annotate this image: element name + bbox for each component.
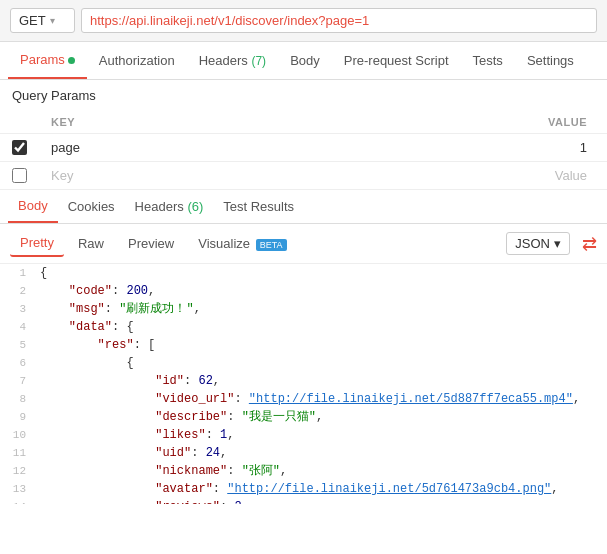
top-tabs: Params Authorization Headers (7) Body Pr… [0,42,607,80]
line-number: 14 [0,498,36,504]
value-cell: 1 [282,134,607,162]
line-number: 11 [0,444,36,462]
code-line: 13 "avatar": "http://file.linaikeji.net/… [0,480,607,498]
tab-prerequest[interactable]: Pre-request Script [332,43,461,78]
line-content: "likes": 1, [36,426,607,444]
line-content: "uid": 24, [36,444,607,462]
params-table: KEY VALUE page 1 Key [0,111,607,190]
line-number: 4 [0,318,36,336]
code-line: 11 "uid": 24, [0,444,607,462]
resp-tab-visualize[interactable]: Visualize BETA [188,231,296,256]
col-key-header: KEY [39,111,282,134]
tab-body[interactable]: Body [278,43,332,78]
line-number: 3 [0,300,36,318]
format-select[interactable]: JSON ▾ [506,232,570,255]
line-number: 10 [0,426,36,444]
tab-headers[interactable]: Headers (7) [187,43,278,78]
line-number: 7 [0,372,36,390]
code-line: 14 "reviews": 2, [0,498,607,504]
line-content: "data": { [36,318,607,336]
line-content: "id": 62, [36,372,607,390]
line-number: 13 [0,480,36,498]
body-tab-headers[interactable]: Headers (6) [125,191,214,222]
line-content: { [36,354,607,372]
code-line: 4 "data": { [0,318,607,336]
code-line: 5 "res": [ [0,336,607,354]
table-row: page 1 [0,134,607,162]
line-content: "avatar": "http://file.linaikeji.net/5d7… [36,480,607,498]
checkbox-cell[interactable] [0,134,39,162]
url-bar: GET ▾ [0,0,607,42]
line-number: 2 [0,282,36,300]
key-cell-placeholder[interactable]: Key [39,162,282,190]
line-content: "reviews": 2, [36,498,607,504]
line-content: { [36,264,607,282]
code-area: 1{2 "code": 200,3 "msg": "刷新成功！",4 "data… [0,264,607,504]
checkbox-cell-empty[interactable] [0,162,39,190]
tab-tests[interactable]: Tests [461,43,515,78]
line-content: "describe": "我是一只猫", [36,408,607,426]
headers-badge: (7) [251,54,266,68]
params-dot [68,57,75,64]
resp-tab-pretty[interactable]: Pretty [10,230,64,257]
value-cell-placeholder[interactable]: Value [282,162,607,190]
table-row: Key Value [0,162,607,190]
resp-tab-preview[interactable]: Preview [118,231,184,256]
line-content: "code": 200, [36,282,607,300]
code-line: 6 { [0,354,607,372]
method-chevron-icon: ▾ [50,15,55,26]
key-cell: page [39,134,282,162]
code-line: 7 "id": 62, [0,372,607,390]
line-number: 9 [0,408,36,426]
resp-tab-raw[interactable]: Raw [68,231,114,256]
code-line: 1{ [0,264,607,282]
line-content: "msg": "刷新成功！", [36,300,607,318]
line-number: 1 [0,264,36,282]
beta-badge: BETA [256,239,287,251]
body-tab-body[interactable]: Body [8,190,58,223]
method-select[interactable]: GET ▾ [10,8,75,33]
body-tabs: Body Cookies Headers (6) Test Results [0,190,607,224]
row-checkbox[interactable] [12,140,27,155]
code-line: 8 "video_url": "http://file.linaikeji.ne… [0,390,607,408]
col-checkbox [0,111,39,134]
code-line: 9 "describe": "我是一只猫", [0,408,607,426]
code-line: 2 "code": 200, [0,282,607,300]
query-params-title: Query Params [0,80,607,111]
wrap-icon[interactable]: ⇄ [582,233,597,255]
method-label: GET [19,13,46,28]
line-content: "nickname": "张阿", [36,462,607,480]
tab-authorization[interactable]: Authorization [87,43,187,78]
line-content: "res": [ [36,336,607,354]
line-number: 6 [0,354,36,372]
line-content: "video_url": "http://file.linaikeji.net/… [36,390,607,408]
format-chevron-icon: ▾ [554,236,561,251]
code-line: 3 "msg": "刷新成功！", [0,300,607,318]
line-number: 8 [0,390,36,408]
row-checkbox-empty[interactable] [12,168,27,183]
col-value-header: VALUE [282,111,607,134]
body-tab-testresults[interactable]: Test Results [213,191,304,222]
body-headers-badge: (6) [187,199,203,214]
body-tab-cookies[interactable]: Cookies [58,191,125,222]
line-number: 12 [0,462,36,480]
tab-settings[interactable]: Settings [515,43,586,78]
code-line: 12 "nickname": "张阿", [0,462,607,480]
code-line: 10 "likes": 1, [0,426,607,444]
response-toolbar: Pretty Raw Preview Visualize BETA JSON ▾… [0,224,607,264]
line-number: 5 [0,336,36,354]
url-input[interactable] [81,8,597,33]
tab-params[interactable]: Params [8,42,87,79]
